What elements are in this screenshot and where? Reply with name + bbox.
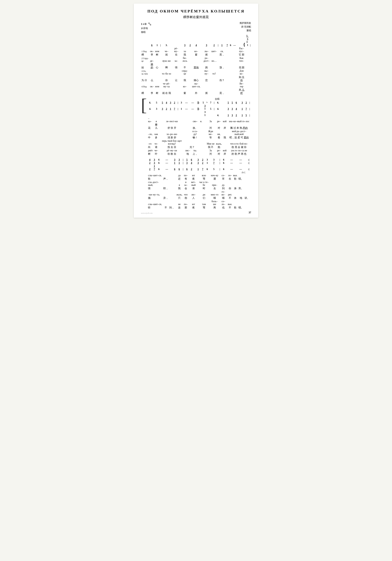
chorus-lyrics: –ка– я ле–пест-ки сво– и. За ре– кой зн: [148, 117, 251, 156]
s3-dash3: —: [237, 158, 244, 162]
fl3-lyu: лю–: [189, 190, 198, 196]
cl4-ty: ты.: [191, 149, 200, 152]
fl-da: да: [176, 174, 183, 177]
m-5: 5: [209, 104, 213, 111]
s3b-2b: 2: [189, 165, 194, 171]
m-4: 4.: [148, 104, 153, 111]
cl-re: ре–: [215, 117, 222, 123]
n-3e: 3: [240, 101, 244, 104]
cn4-ye2: 夜: [189, 206, 198, 209]
cl3-mne: Мне не: [206, 140, 215, 145]
cn4-ying2: 莺: [198, 206, 210, 209]
fl-yut: ют: [189, 174, 198, 177]
blb1: [213, 111, 216, 117]
d1: —: [183, 101, 190, 104]
cn2-zhong: 中: [148, 136, 153, 140]
m-3: 3: [155, 104, 159, 111]
cl3-chto: что я то–бой по–: [228, 140, 250, 145]
cl-zna: зна–ко–мый го–лос: [228, 117, 250, 123]
barline-2: |: [217, 34, 219, 47]
fl4-vyi: вьи.: [227, 200, 233, 206]
l2-de: де–: [149, 56, 154, 63]
bracket-notes: {: [237, 34, 246, 47]
verse-3-label: 3.Ох, за–чем: [141, 69, 149, 76]
n-3c: 3: [169, 101, 172, 104]
source-label: 俄罗斯民歌: [240, 21, 251, 25]
fl-so: со–: [220, 174, 227, 177]
title-chinese: 稠李树在窗外摇晃: [141, 15, 251, 19]
cn-zai: 在: [173, 53, 180, 56]
cn3-di: 地: [238, 196, 244, 200]
cn2-tiao: 跳: [202, 63, 211, 69]
cn2-pang: 旁。: [238, 187, 244, 190]
vocal-label: 领唱: [141, 31, 251, 34]
s3-sp8: [244, 158, 246, 162]
m-7: 7: [172, 104, 177, 111]
s3-sp7: [235, 158, 237, 162]
page: ПОД ОКНОМ ЧЕРЁМУХА КОЛЫШЕТСЯ 稠李树在窗外摇晃 俄罗…: [134, 4, 258, 218]
cl-row4: рвёт че– рё–му–хи лис– ты. За ре– кой уж…: [148, 149, 251, 152]
cn-shu: 树: [155, 53, 160, 56]
s3m-dash1: —: [163, 162, 170, 165]
title-russian: ПОД ОКНОМ ЧЕРЁМУХА КОЛЫШЕТСЯ: [141, 9, 251, 13]
l3-dlya: Для ко–: [237, 69, 246, 76]
fl-cn2: 情 郎， 我 会 准 时 去 到 你 身 旁。: [148, 187, 251, 190]
d2: —: [190, 101, 196, 104]
l-xa: ха: [181, 47, 189, 53]
cn4-dao: 到，: [169, 206, 175, 209]
cn-shu2: 舒 张 开: [159, 123, 185, 130]
bot-note: 3 1: [246, 41, 249, 47]
l-ko: ко–: [191, 47, 201, 53]
cn-ge: 歌: [148, 177, 163, 181]
cn-you: 有: [183, 177, 189, 181]
fl3-zhal: жаль,: [176, 190, 183, 196]
cn2-zhun: 准: [189, 187, 198, 190]
fl4-tam: там: [198, 200, 210, 206]
m-1b: 1: [240, 104, 244, 111]
n-7b: 7: [209, 101, 213, 104]
cn3-xie: 嗦: [210, 196, 220, 200]
s3b-1: 1: [196, 165, 201, 171]
s3m-1: 1: [172, 162, 177, 165]
top-right-info: 俄罗斯民歌 薛 范译配 重唱: [240, 21, 251, 32]
cn3-wo: 我: [181, 76, 189, 82]
s3-mid-row: 2 3 6 — 1 1 | 3 4 3 2 1: [148, 162, 251, 165]
cn3-bei: 悲: [202, 76, 211, 82]
cn3-ren: 人: [189, 196, 198, 200]
fl3-ki: –ки–ну–та,: [148, 190, 163, 196]
s3m-bl2: |: [218, 162, 222, 165]
cn4-na: 那: [183, 206, 189, 209]
cn2-gu: 姑: [141, 63, 149, 69]
note-6a: 6: [229, 34, 232, 47]
cn4-de: 的 歌 声 再 也: [228, 152, 250, 156]
md2: —: [190, 104, 196, 111]
cn3-rang: 让: [173, 76, 180, 82]
spacer-2: [148, 156, 251, 158]
m-3b: 3: [160, 104, 165, 111]
section-1-notes: 6 1 | 3. 3 2 4 3 2 | 1 7 6 —: [141, 34, 251, 95]
s3-sp4: [210, 158, 212, 162]
sp4: [222, 101, 224, 104]
blm4: |: [248, 104, 251, 111]
s3-bl1: |: [181, 158, 185, 162]
m-3c: 3: [226, 104, 230, 111]
top-note: 5 5: [246, 35, 249, 41]
cn3-tou: 投 去 目: [159, 145, 185, 149]
cl2-zhdi: Жди ме–: [206, 130, 215, 136]
cl4-che: че–: [153, 149, 159, 152]
s3b-bl2: |: [218, 165, 222, 171]
bl5: |: [213, 101, 216, 104]
sp2: [159, 101, 160, 104]
tempo-marking: 从容地: [141, 27, 251, 30]
cn3-jiang: 讲。: [244, 196, 250, 200]
s3m-1b: 1: [177, 162, 182, 165]
l4-nom: ном: [155, 82, 160, 88]
cl4-rvet: рвёт: [148, 149, 153, 152]
cn2-deng: 等: [206, 136, 215, 140]
cn-hua: 花: [148, 123, 153, 130]
cn4-an2: 岸: [222, 152, 227, 156]
verse-num-1: [141, 34, 149, 47]
s3m-7b: 7: [212, 162, 216, 165]
s3-sp2: [170, 158, 172, 162]
s3b-dash2: —: [228, 165, 235, 171]
